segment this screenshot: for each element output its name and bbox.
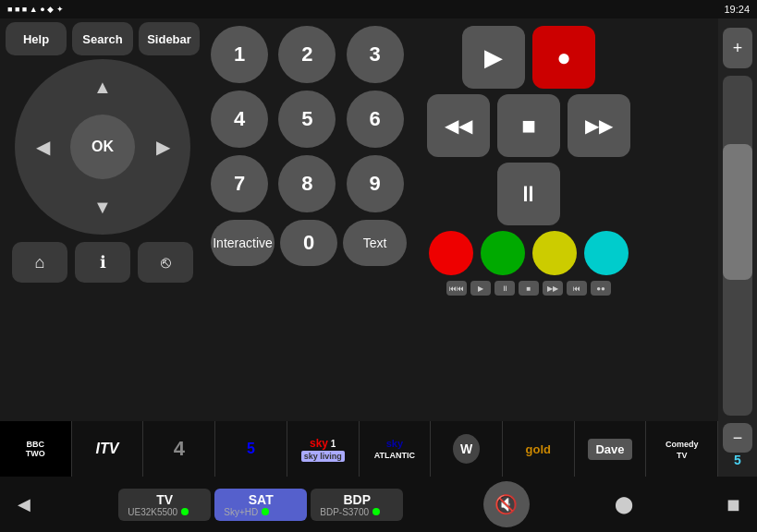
sat-tab-label: SAT	[224, 492, 298, 507]
num-4-button[interactable]: 4	[211, 91, 268, 148]
cyan-button[interactable]	[584, 231, 629, 275]
tv-status-dot	[181, 508, 189, 515]
dave-channel-logo: Dave	[586, 441, 633, 458]
bbc-channel-logo: BBCTWO	[0, 421, 71, 477]
gold-channel-logo: gold	[524, 441, 553, 458]
stop-button[interactable]: ■	[497, 94, 560, 157]
media-row-2: ◀◀ ■ ▶▶	[421, 94, 636, 157]
circle-nav-button[interactable]: ⬤	[609, 490, 639, 519]
help-button[interactable]: Help	[6, 22, 67, 55]
exit-button[interactable]: ⎋	[138, 242, 193, 283]
small-media-row: ⏮⏮ ▶ ⏸ ■ ▶▶ ⏮ ●●	[421, 281, 636, 296]
bottom-nav-buttons: ⌂ ℹ ⎋	[6, 238, 200, 286]
tv-tab-label: TV	[128, 492, 201, 507]
numpad-bottom-row: Interactive 0 Text	[207, 220, 410, 266]
channel-bbc[interactable]: BBCTWO	[0, 421, 72, 477]
scroll-plus-button[interactable]: +	[723, 28, 752, 68]
ch5-channel-logo: 5	[245, 439, 257, 459]
sky1-channel-logo: sky 1 sky living	[299, 435, 347, 463]
num-6-button[interactable]: 6	[347, 91, 404, 148]
channel-sky-atlantic[interactable]: sky ATLANTIC	[360, 421, 432, 477]
square-icon: ◼	[726, 494, 740, 514]
fastforward-icon: ▶▶	[585, 115, 613, 137]
channel-dave[interactable]: Dave	[575, 421, 647, 477]
rewind-button[interactable]: ◀◀	[427, 94, 490, 157]
scroll-minus-button[interactable]: −	[723, 423, 752, 453]
green-button[interactable]	[481, 231, 525, 275]
media-row-1: ▶ ●	[421, 26, 636, 89]
comedy-channel-logo: ComedyTV	[664, 436, 701, 462]
play-button[interactable]: ▶	[462, 26, 525, 89]
small-next-button[interactable]: ▶▶	[543, 281, 563, 296]
small-back-button[interactable]: ⏮	[567, 281, 587, 296]
media-section: ▶ ● ◀◀ ■ ▶▶ ⏸	[418, 22, 640, 299]
small-play-button[interactable]: ▶	[470, 281, 491, 296]
channel-comedy[interactable]: ComedyTV	[646, 421, 718, 477]
channel-strip: BBCTWO ITV 4 5 sky 1 sky living sky ATLA…	[0, 421, 718, 477]
numpad: 1 2 3 4 5 6 7 8 9	[207, 22, 410, 216]
yellow-button[interactable]	[532, 231, 577, 275]
mute-button[interactable]: 🔇	[483, 481, 530, 527]
num-8-button[interactable]: 8	[278, 155, 336, 212]
fastforward-button[interactable]: ▶▶	[568, 94, 630, 157]
left-section: Help Search Sidebar ▲ ▼ ◀ ▶ OK ⌂ ℹ ⎋	[6, 22, 200, 299]
w-channel-logo: W	[451, 440, 482, 458]
num-0-button[interactable]: 0	[280, 220, 337, 266]
num-9-button[interactable]: 9	[347, 155, 404, 212]
interactive-button[interactable]: Interactive	[211, 220, 275, 266]
channel-4[interactable]: 4	[143, 421, 215, 477]
dpad: ▲ ▼ ◀ ▶ OK	[15, 59, 190, 235]
back-icon: ◀	[18, 494, 31, 514]
search-button[interactable]: Search	[72, 22, 133, 55]
sky-atlantic-logo: sky ATLANTIC	[372, 436, 417, 462]
circle-icon: ⬤	[615, 494, 633, 514]
sat-tab[interactable]: SAT Sky+HD	[214, 489, 307, 521]
dpad-right[interactable]: ▶	[142, 127, 183, 167]
small-prev-button[interactable]: ⏮⏮	[446, 281, 467, 296]
pause-button[interactable]: ⏸	[497, 163, 560, 225]
num-7-button[interactable]: 7	[211, 155, 268, 212]
back-nav-button[interactable]: ◀	[9, 490, 39, 519]
text-button[interactable]: Text	[343, 220, 407, 266]
square-nav-button[interactable]: ◼	[718, 490, 748, 519]
nav-buttons: Help Search Sidebar	[6, 22, 200, 55]
sat-status-dot	[262, 508, 269, 515]
info-button[interactable]: ℹ	[75, 242, 130, 283]
dpad-left[interactable]: ◀	[22, 127, 63, 167]
channel-5[interactable]: 5	[215, 421, 287, 477]
bdp-tab[interactable]: BDP BDP-S3700	[311, 489, 403, 521]
red-button[interactable]	[429, 231, 473, 275]
num-5-button[interactable]: 5	[278, 91, 336, 148]
scroll-number: 5	[734, 453, 741, 467]
remote-body: Help Search Sidebar ▲ ▼ ◀ ▶ OK ⌂ ℹ ⎋	[0, 18, 718, 477]
channel-sky1[interactable]: sky 1 sky living	[287, 421, 360, 477]
channel-gold[interactable]: gold	[503, 421, 575, 477]
color-buttons-row	[421, 231, 636, 275]
small-rec-button[interactable]: ●●	[591, 281, 611, 296]
record-button[interactable]: ●	[532, 26, 595, 89]
num-1-button[interactable]: 1	[211, 26, 268, 83]
num-2-button[interactable]: 2	[278, 26, 336, 83]
channel-w[interactable]: W	[431, 421, 503, 477]
bottom-bar: ◀ TV UE32K5500 SAT Sky+HD BDP BDP-S3700 …	[0, 477, 757, 532]
status-left-icons: ■ ■ ■ ▲ ● ◆ ✦	[7, 5, 64, 14]
status-time: 19:24	[724, 4, 750, 15]
dpad-down[interactable]: ▼	[82, 187, 123, 227]
channel-itv[interactable]: ITV	[72, 421, 144, 477]
record-icon: ●	[556, 43, 571, 72]
small-stop-button[interactable]: ■	[519, 281, 539, 296]
sidebar-button[interactable]: Sidebar	[139, 22, 200, 55]
pause-icon: ⏸	[518, 181, 540, 207]
home-button[interactable]: ⌂	[12, 242, 67, 283]
num-3-button[interactable]: 3	[347, 26, 404, 83]
dpad-up[interactable]: ▲	[82, 66, 123, 107]
right-scrollbar: + − 5	[718, 18, 757, 477]
bdp-status-dot	[372, 508, 380, 515]
status-bar: ■ ■ ■ ▲ ● ◆ ✦ 19:24	[0, 0, 757, 18]
scroll-track[interactable]	[723, 76, 752, 416]
mute-icon: 🔇	[494, 493, 518, 515]
small-pause-button[interactable]: ⏸	[494, 281, 515, 296]
rewind-icon: ◀◀	[445, 115, 472, 137]
tv-tab[interactable]: TV UE32K5500	[118, 489, 211, 521]
dpad-ok[interactable]: OK	[70, 115, 135, 179]
